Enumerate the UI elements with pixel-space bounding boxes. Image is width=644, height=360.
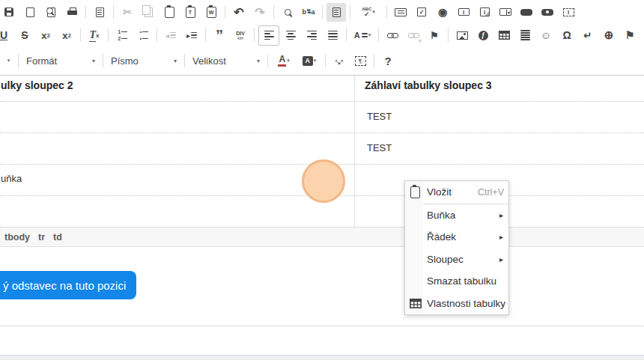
bulleted-list-icon: ••	[138, 29, 148, 41]
paste-button[interactable]	[160, 3, 179, 22]
menu-item-cell[interactable]: Buňka ▸	[405, 204, 508, 227]
subscript-button[interactable]: x2	[36, 26, 55, 45]
text-color-button[interactable]: A▾	[272, 52, 296, 70]
table-cell-test-2[interactable]: TEST	[367, 142, 392, 153]
submenu-arrow-icon: ▸	[499, 211, 503, 219]
templates-button[interactable]	[90, 3, 109, 22]
table-cell-bunka[interactable]: uňka	[1, 173, 22, 184]
image-button[interactable]	[452, 26, 472, 45]
blockquote-button[interactable]: ”	[210, 26, 229, 45]
table-cell-test-1[interactable]: TEST	[367, 111, 392, 122]
remove-format-button[interactable]: Tx	[85, 26, 104, 45]
align-left-button[interactable]	[258, 25, 279, 46]
spellcheck-button[interactable]: ABC✓▾	[354, 3, 383, 22]
replace-button[interactable]: b⇅a	[299, 3, 318, 22]
select-field-button[interactable]: ▾	[496, 3, 515, 22]
flash-button[interactable]: ƒ	[473, 26, 493, 45]
toolbar-separator	[18, 54, 19, 67]
align-center-button[interactable]	[281, 26, 300, 45]
flag-button[interactable]: ⚑	[620, 26, 640, 45]
submenu-arrow-icon: ▸	[499, 233, 503, 241]
click-indicator	[302, 159, 345, 203]
align-right-button[interactable]	[302, 26, 321, 45]
iframe-button[interactable]: ⊕	[599, 26, 619, 45]
font-combo[interactable]: Písmo▾	[106, 52, 181, 70]
path-segment-tr[interactable]: tr	[38, 232, 45, 242]
special-char-icon: Ω	[562, 29, 571, 41]
image-icon	[457, 31, 468, 40]
form-button[interactable]	[391, 3, 410, 22]
bg-color-button[interactable]: A▾	[297, 52, 321, 70]
new-page-button[interactable]	[20, 3, 40, 22]
language-button[interactable]: A▾	[350, 26, 374, 45]
table-button[interactable]	[494, 26, 514, 45]
select-field-icon: ▾	[499, 8, 511, 16]
size-combo[interactable]: Velikost▾	[188, 52, 264, 70]
outdent-button: ◀	[161, 26, 180, 45]
indent-button[interactable]: ▶	[182, 26, 201, 45]
button-field-button[interactable]	[517, 3, 536, 22]
menu-item-delete-table[interactable]: Smazat tabulku	[405, 270, 508, 293]
save-button[interactable]	[0, 3, 19, 22]
styles-combo-arrow[interactable]: ▾	[2, 52, 14, 70]
search-icon	[285, 9, 291, 16]
toolbar-separator	[322, 5, 323, 19]
div-container-button[interactable]: DIV</>	[231, 26, 250, 45]
radio-button[interactable]: ◉	[433, 3, 452, 22]
blockquote-icon: ”	[216, 27, 223, 44]
chevron-down-icon: ▾	[287, 58, 290, 64]
show-blocks-button[interactable]: ¶	[350, 52, 370, 70]
menu-item-row[interactable]: Řádek ▸	[405, 226, 508, 248]
page-break-button[interactable]: ↵	[578, 26, 598, 45]
toolbar-row-3: ▾ Formát▾ Písmo▾ Velikost▾ A▾ A▾ ↔↔ ¶ ?	[1, 49, 644, 72]
hidden-field-button[interactable]: I	[559, 3, 578, 22]
toolbar-separator	[386, 5, 387, 19]
page-footer-strip	[0, 355, 644, 360]
toolbar-separator	[346, 28, 347, 42]
format-combo[interactable]: Formát▾	[22, 52, 100, 70]
undo-button[interactable]: ↶	[229, 3, 249, 22]
path-segment-tbody[interactable]: tbody	[4, 232, 30, 242]
table-header-col3[interactable]: Záhlaví tabulky sloupec 3	[365, 79, 492, 91]
table-header-col2[interactable]: ulky sloupec 2	[1, 79, 73, 91]
menu-item-column[interactable]: Sloupec ▸	[405, 248, 508, 271]
superscript-button[interactable]: x2	[57, 26, 76, 45]
strikethrough-button[interactable]: S	[15, 26, 34, 45]
justify-button[interactable]	[323, 26, 342, 45]
chevron-down-icon: ▾	[257, 58, 260, 64]
image-button-button[interactable]	[538, 3, 557, 22]
menu-item-table-properties[interactable]: Vlastnosti tabulky	[405, 293, 508, 315]
redo-icon: ↷	[255, 5, 264, 19]
smiley-button[interactable]: ☺	[536, 26, 556, 45]
menu-item-paste[interactable]: Vložit Ctrl+V	[405, 181, 508, 204]
underline-button[interactable]: U	[0, 26, 13, 45]
about-button[interactable]: ?	[378, 52, 398, 70]
paste-word-button[interactable]: W	[201, 3, 221, 22]
maximize-button[interactable]: ↔↔	[329, 52, 349, 70]
editor-window: ✂ T W ↶ ↷ b⇅a ABC✓▾ ✓ ◉ I I ▾ I U S x2 x…	[0, 0, 644, 360]
editor-card-bottom-edge	[0, 326, 644, 326]
path-segment-td[interactable]: td	[53, 232, 62, 242]
insert-paragraph-button[interactable]: ý odstavec na tuto pozici	[0, 271, 136, 299]
paste-word-icon: W	[207, 7, 216, 18]
preview-button[interactable]	[41, 3, 61, 22]
chevron-down-icon: ▾	[368, 32, 371, 38]
text-field-button[interactable]: I	[454, 3, 473, 22]
print-button[interactable]	[62, 3, 82, 22]
link-button[interactable]	[383, 26, 402, 45]
find-button[interactable]	[278, 3, 297, 22]
bulleted-list-button[interactable]: ••	[133, 26, 153, 45]
remove-format-icon: T	[89, 29, 96, 42]
checkbox-button[interactable]: ✓	[412, 3, 431, 22]
anchor-button[interactable]: ⚑	[425, 26, 444, 45]
special-char-button[interactable]: Ω	[557, 26, 577, 45]
toolbar-row-2: U S x2 x2 Tx 12 •• ◀ ▶ ” DIV</> A▾ × ⚑ ƒ…	[0, 24, 644, 46]
table-properties-icon	[409, 299, 422, 308]
chevron-down-icon: ▾	[174, 58, 177, 64]
horizontal-rule-button[interactable]	[515, 26, 535, 45]
select-all-button[interactable]	[326, 3, 346, 22]
paste-text-button[interactable]: T	[180, 3, 200, 22]
textarea-button[interactable]: I	[475, 3, 494, 22]
shortcut-label: Ctrl+V	[478, 187, 504, 198]
numbered-list-button[interactable]: 12	[112, 26, 132, 45]
